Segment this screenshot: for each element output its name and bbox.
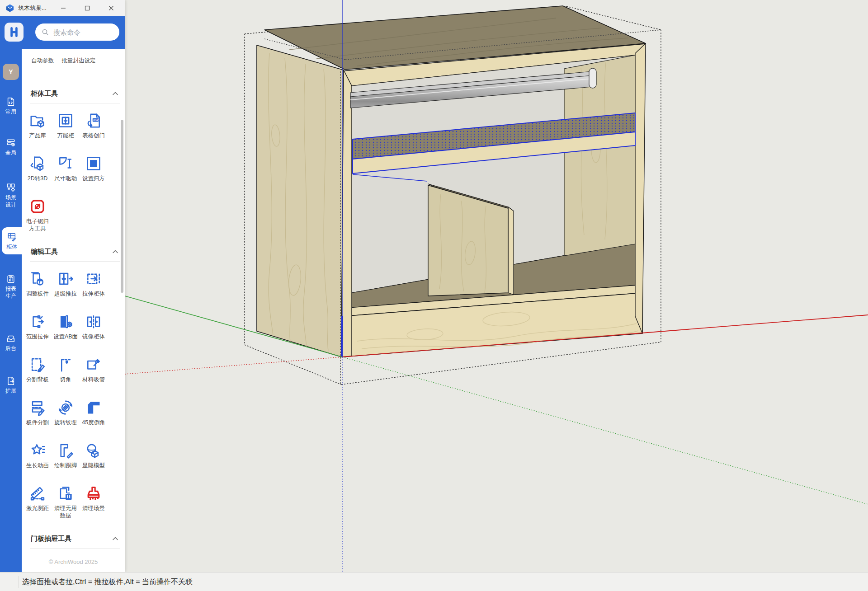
- extension-icon: [6, 376, 16, 386]
- section-header[interactable]: 编辑工具: [31, 247, 118, 257]
- tool-旋转纹理[interactable]: 旋转纹理: [52, 398, 80, 426]
- panel-refresh-icon: [29, 270, 46, 287]
- tool-button-partial[interactable]: 批量封边设定: [61, 57, 96, 65]
- section-header[interactable]: 柜体工具: [31, 89, 118, 98]
- pages-trash-icon: [57, 485, 74, 502]
- folder-cube-icon: [29, 112, 46, 129]
- sidebar-item-global[interactable]: 全局: [0, 138, 22, 156]
- cabinet-icon: [7, 232, 17, 242]
- tool-材料吸管[interactable]: 材料吸管: [80, 355, 108, 383]
- tray-icon: [6, 333, 16, 343]
- corner-dash-icon: [57, 356, 74, 373]
- statusbar: 选择面推或者拉,Ctrl = 推拉板件,Alt = 当前操作不关联: [0, 572, 868, 591]
- tool-label: 拉伸柜体: [82, 290, 105, 297]
- sidebar-item-backend[interactable]: 后台: [0, 333, 22, 352]
- tool-label: 激光测距: [26, 505, 49, 512]
- csv-doc-icon: CSV: [85, 112, 102, 129]
- nav-rail: Y 常用全局场景设计柜体报表生产后台扩展: [0, 49, 22, 572]
- tool-表格创门[interactable]: CSV表格创门: [80, 111, 108, 139]
- viewport-3d[interactable]: [0, 0, 868, 591]
- search-box[interactable]: [35, 23, 119, 41]
- tool-调整板件[interactable]: 调整板件: [24, 269, 52, 297]
- close-button[interactable]: [104, 1, 119, 15]
- tool-万能柜[interactable]: 万能柜: [52, 111, 80, 139]
- tool-尺寸驱动[interactable]: 尺寸驱动: [52, 154, 80, 182]
- copyright: © ArchiWood 2025: [22, 558, 125, 565]
- tool-拉伸柜体[interactable]: 拉伸柜体: [80, 269, 108, 297]
- minimize-button[interactable]: [56, 1, 71, 15]
- tool-设置归方[interactable]: 设置归方: [80, 154, 108, 182]
- tool-label: 设置归方: [82, 175, 105, 182]
- sidebar-item-common[interactable]: 常用: [0, 97, 22, 115]
- search-input[interactable]: [52, 28, 113, 37]
- sidebar-item-label: 后台: [0, 345, 22, 352]
- range-arrows-icon: [29, 313, 46, 330]
- brush-icon: [85, 485, 102, 502]
- section-header[interactable]: 门板抽屉工具: [31, 534, 118, 544]
- svg-text:CSV: CSV: [92, 118, 99, 122]
- panel-scrollbar[interactable]: [121, 120, 123, 293]
- list-gear-icon: [6, 138, 16, 148]
- search-icon: [42, 28, 49, 36]
- dim-drive-icon: [57, 155, 74, 172]
- tool-45度倒角[interactable]: 45度倒角: [80, 398, 108, 426]
- maximize-button[interactable]: [80, 1, 95, 15]
- sidebar-item-report[interactable]: 报表生产: [0, 274, 22, 300]
- tool-生长动画[interactable]: 生长动画: [24, 441, 52, 469]
- archiwood-logo-icon: [8, 26, 20, 38]
- tool-超级推拉[interactable]: 超级推拉: [52, 269, 80, 297]
- tool-label: 产品库: [29, 132, 46, 139]
- tool-2D转3D[interactable]: 2D转3D: [24, 154, 52, 182]
- tool-镜像柜体[interactable]: 镜像柜体: [80, 312, 108, 340]
- chamfer-icon: [85, 399, 102, 416]
- tool-产品库[interactable]: 产品库: [24, 111, 52, 139]
- tool-label: 生长动画: [26, 462, 49, 469]
- avatar[interactable]: Y: [3, 64, 19, 80]
- tool-label: 材料吸管: [82, 376, 105, 383]
- titlebar[interactable]: 筑木筑巢...: [0, 0, 125, 17]
- tool-button-partial[interactable]: 自动参数: [31, 57, 54, 65]
- section-title: 柜体工具: [31, 89, 58, 98]
- tool-绘制踢脚[interactable]: 绘制踢脚: [52, 441, 80, 469]
- tool-label: 万能柜: [57, 132, 74, 139]
- tool-label: 电子锯归方工具: [24, 218, 51, 232]
- sidebar-item-scene[interactable]: 场景设计: [0, 183, 22, 208]
- tool-分割背板[interactable]: 分割背板: [24, 355, 52, 383]
- page-cube-icon: [29, 155, 46, 172]
- star-lines-icon: [29, 442, 46, 459]
- window-title: 筑木筑巢...: [18, 4, 47, 12]
- dashed-pen-icon: [29, 356, 46, 373]
- brand-logo[interactable]: [5, 23, 24, 42]
- tool-设置AB面[interactable]: 设置AB面: [52, 312, 80, 340]
- door-nut-icon: [57, 313, 74, 330]
- scene-icon: [6, 183, 16, 192]
- tool-清理场景[interactable]: 清理场景: [80, 483, 108, 519]
- sidebar-item-extend[interactable]: 扩展: [0, 376, 22, 394]
- square-fill-icon: [85, 155, 102, 172]
- doc-code-icon: [6, 97, 16, 107]
- statusbar-divider: [18, 576, 19, 588]
- section-edit-tools: 编辑工具调整板件超级推拉拉伸柜体范围拉伸设置AB面镜像柜体分割背板切角材料吸管板…: [22, 247, 125, 519]
- sidebar-item-cabinet[interactable]: 柜体: [2, 227, 22, 254]
- tool-panel: 自动参数批量封边设定 柜体工具产品库万能柜CSV表格创门2D转3D尺寸驱动设置归…: [22, 49, 125, 572]
- app-logo-icon: [5, 4, 14, 13]
- dropper-icon: [85, 356, 102, 373]
- tool-范围拉伸[interactable]: 范围拉伸: [24, 312, 52, 340]
- tool-板件分割[interactable]: 板件分割: [24, 398, 52, 426]
- section-door-drawer-tools: 门板抽屉工具: [22, 534, 125, 549]
- report-icon: [6, 274, 16, 284]
- tool-激光测距[interactable]: 激光测距: [24, 483, 52, 519]
- tool-电子锯归方工具[interactable]: 电子锯归方工具: [24, 197, 52, 232]
- tool-label: 2D转3D: [28, 175, 47, 182]
- rail-end-cap: [589, 68, 596, 88]
- tool-label: 显隐模型: [82, 462, 105, 469]
- kick-pen-icon: [57, 442, 74, 459]
- tool-清理无用数据[interactable]: 清理无用数据: [52, 483, 80, 519]
- tool-切角[interactable]: 切角: [52, 355, 80, 383]
- rotate-hatch-icon: [57, 399, 74, 416]
- tool-显隐模型[interactable]: 显隐模型: [80, 441, 108, 469]
- tool-label: 清理无用数据: [52, 505, 79, 519]
- sidebar-item-label: 全局: [0, 149, 22, 156]
- sidebar-item-label: 扩展: [0, 387, 22, 394]
- cabinet-model[interactable]: [257, 6, 661, 357]
